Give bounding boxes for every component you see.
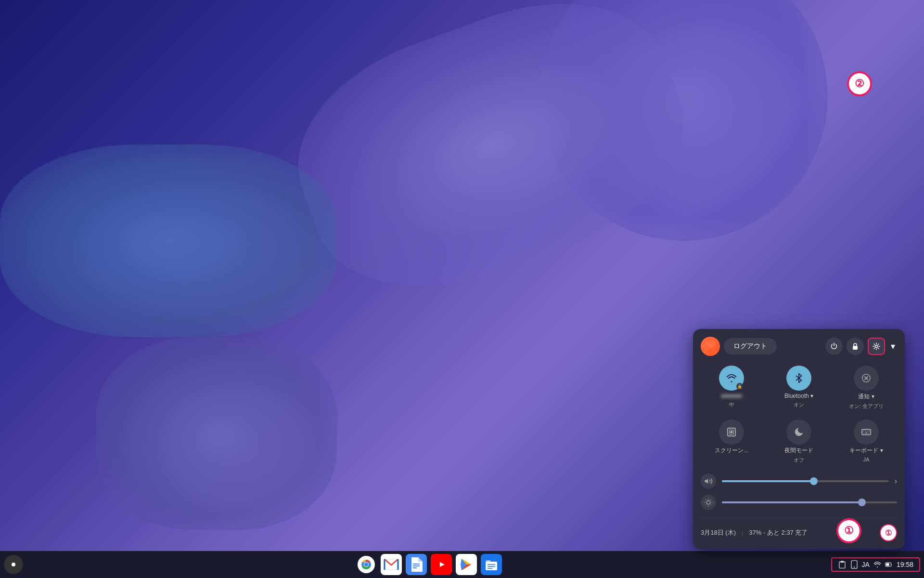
svg-rect-38 <box>486 562 497 570</box>
annotation-badge-2: ② <box>847 71 872 96</box>
battery-systray-icon <box>885 561 893 568</box>
notifications-toggle-label: 通知 ▾ <box>858 393 874 401</box>
svg-line-19 <box>706 499 706 500</box>
language-indicator: JA <box>862 561 870 568</box>
taskbar-app-play[interactable] <box>456 554 477 575</box>
wifi-toggle-icon: 🔒 <box>719 366 744 391</box>
night-mode-toggle[interactable]: 夜間モード オフ <box>768 420 830 464</box>
notifications-toggle-icon <box>854 366 879 391</box>
svg-rect-42 <box>841 561 844 562</box>
screenshot-toggle-label: スクリーン... <box>715 447 748 455</box>
keyboard-toggle-icon <box>854 420 879 445</box>
svg-point-16 <box>706 500 710 504</box>
brightness-slider-row <box>701 495 897 510</box>
qs-header: ログアウト ▾ <box>701 337 897 356</box>
clipboard-icon <box>838 560 847 569</box>
settings-button[interactable] <box>868 338 885 355</box>
svg-point-1 <box>875 345 878 348</box>
wifi-systray-icon <box>873 561 881 568</box>
qs-sliders: › <box>701 473 897 510</box>
qs-toggles-row1: 🔒 ■■■■■■ 中 Bluetooth ▾ オン <box>701 366 897 410</box>
screenshot-toggle[interactable]: スクリーン... <box>701 420 762 464</box>
bluetooth-toggle-icon <box>786 366 811 391</box>
svg-rect-8 <box>862 430 871 435</box>
volume-icon <box>701 473 716 489</box>
brightness-icon <box>701 495 716 510</box>
brightness-slider-track[interactable] <box>722 501 897 503</box>
screenshot-toggle-icon <box>719 420 744 445</box>
wifi-toggle-label: ■■■■■■ <box>721 393 742 399</box>
power-button[interactable] <box>825 338 843 355</box>
wifi-toggle-sublabel: 中 <box>729 401 734 408</box>
volume-slider-fill <box>722 480 814 482</box>
qs-footer-badge: ① <box>880 524 897 541</box>
night-mode-toggle-label: 夜間モード <box>784 447 813 455</box>
svg-point-7 <box>730 431 733 434</box>
lock-button[interactable] <box>847 338 864 355</box>
taskbar: JA 19:58 <box>0 551 924 578</box>
svg-rect-46 <box>886 563 889 565</box>
system-time: 19:58 <box>897 561 913 568</box>
svg-rect-0 <box>853 346 858 350</box>
qs-header-icons: ▾ <box>825 338 897 355</box>
launcher-dot <box>12 563 15 566</box>
taskbar-app-gmail[interactable] <box>381 554 402 575</box>
volume-expand-chevron[interactable]: › <box>895 477 897 486</box>
taskbar-apps <box>27 554 831 575</box>
night-mode-toggle-sublabel: オフ <box>794 457 804 464</box>
bluetooth-toggle[interactable]: Bluetooth ▾ オン <box>768 366 830 410</box>
taskbar-app-docs[interactable] <box>406 554 427 575</box>
svg-line-23 <box>706 505 706 505</box>
bluetooth-toggle-sublabel: オン <box>794 401 804 408</box>
qs-avatar[interactable] <box>701 337 720 356</box>
notifications-toggle[interactable]: 通知 ▾ オン: 全アプリ <box>835 366 897 410</box>
wifi-toggle[interactable]: 🔒 ■■■■■■ 中 <box>701 366 762 410</box>
qs-date: 3月18日 (木) <box>701 528 736 537</box>
mobile-icon <box>850 560 858 569</box>
taskbar-app-chrome[interactable] <box>356 554 377 575</box>
qs-collapse-chevron[interactable]: ▾ <box>889 339 897 354</box>
qs-battery: 37% - あと 2:37 充了 <box>749 528 808 537</box>
notifications-toggle-sublabel: オン: 全アプリ <box>849 403 884 410</box>
wifi-lock-icon: 🔒 <box>736 383 743 390</box>
svg-point-28 <box>364 563 368 566</box>
quick-settings-panel: ログアウト ▾ <box>693 329 905 549</box>
taskbar-app-youtube[interactable] <box>431 554 452 575</box>
qs-toggles-row2: スクリーン... 夜間モード オフ <box>701 420 897 464</box>
brightness-slider-thumb[interactable] <box>858 499 866 506</box>
svg-line-20 <box>711 505 711 505</box>
keyboard-toggle-label: キーボード ▾ <box>849 447 883 455</box>
system-tray[interactable]: JA 19:58 <box>831 557 920 572</box>
svg-point-44 <box>853 566 854 567</box>
brightness-slider-fill <box>722 501 862 503</box>
volume-slider-thumb[interactable] <box>810 477 818 485</box>
svg-line-24 <box>711 499 711 500</box>
app-launcher-button[interactable] <box>4 555 23 574</box>
logout-button[interactable]: ログアウト <box>724 338 777 355</box>
volume-slider-row: › <box>701 473 897 489</box>
volume-slider-track[interactable] <box>722 480 889 482</box>
taskbar-app-files[interactable] <box>481 554 502 575</box>
keyboard-toggle-sublabel: JA <box>863 457 870 462</box>
annotation-badge-1: ① <box>836 518 861 543</box>
keyboard-toggle[interactable]: キーボード ▾ JA <box>835 420 897 464</box>
night-mode-toggle-icon <box>786 420 811 445</box>
bluetooth-toggle-label: Bluetooth ▾ <box>784 393 813 399</box>
qs-footer: 3月18日 (木) | 37% - あと 2:37 充了 ① <box>701 518 897 541</box>
